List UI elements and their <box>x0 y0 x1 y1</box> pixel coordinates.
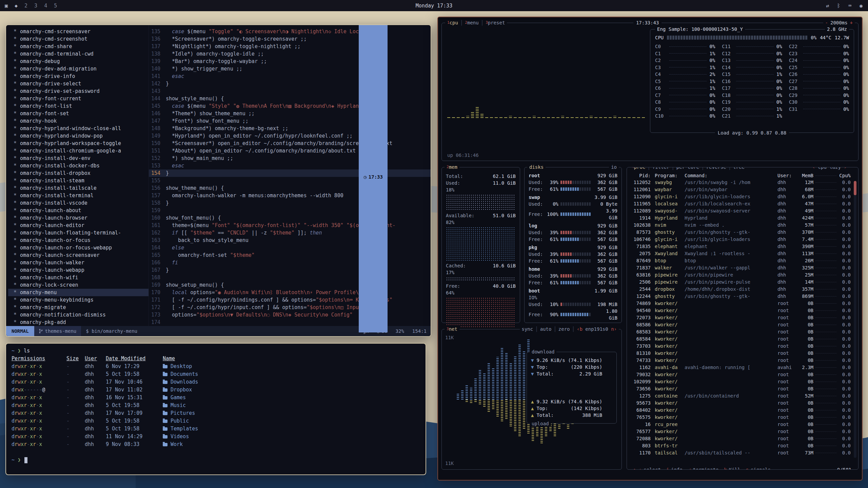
footer-action-signals[interactable]: ssignals <box>743 466 773 470</box>
proc-row[interactable]: 112090glycin-i/usr/lib/glycin-loadersdhh… <box>630 193 851 200</box>
code-line[interactable]: 142} <box>149 80 431 87</box>
proc-column-header[interactable]: Cpu% <box>839 172 851 179</box>
code-line[interactable]: 170 local options="◉ Audio\n≋ Wifi\nᛒ Bl… <box>149 289 431 296</box>
ls-name[interactable]: Dropbox <box>163 386 420 394</box>
ls-name[interactable]: Videos <box>163 433 420 441</box>
proc-row[interactable]: 102638nvimnvim --embed .dhh57M0.0 <box>630 222 851 229</box>
file-item[interactable]: *omarchy-install-vscode <box>8 199 149 207</box>
file-item[interactable]: *omarchy-launch-browser <box>8 214 149 222</box>
file-item[interactable]: *omarchy-install-docker-dbs <box>8 162 149 169</box>
ls-name[interactable]: Public <box>163 417 420 425</box>
code-line[interactable]: 164 else <box>149 244 431 251</box>
proc-row[interactable]: 803btrfs-trroot0B0.0 <box>630 442 851 449</box>
file-item[interactable]: *omarchy-install-chromium-google-a <box>8 147 149 155</box>
code-line[interactable]: 162 if [[ "$theme" == "CNCLD" || -z "$th… <box>149 229 431 237</box>
code-line[interactable]: 156show_theme_menu() { <box>149 184 431 192</box>
proc-row[interactable]: 106746glycin-i/usr/lib/glycin-loadersdhh… <box>630 236 851 243</box>
file-item[interactable]: *omarchy-launch-about <box>8 207 149 214</box>
proc-row[interactable]: 72073kworker/root0B0.0 <box>630 314 851 321</box>
workspace-4[interactable]: 4 <box>44 3 47 9</box>
process-sort-control[interactable]: ‹ cpu lazy › <box>810 167 849 170</box>
proc-row[interactable]: 112052swaybg/usr/bin/swaybg -i /homdhh12… <box>630 179 851 186</box>
ls-name[interactable]: Templates <box>163 425 420 433</box>
proc-row[interactable]: 87649btopbtopdhh26M0.0 <box>630 257 851 264</box>
code-line[interactable]: 168 <box>149 274 431 281</box>
file-item[interactable]: *omarchy-notification-dismiss <box>8 311 149 319</box>
proc-option-tree[interactable]: tree <box>733 167 745 170</box>
file-item[interactable]: *omarchy-lock-screen <box>8 281 149 289</box>
file-item[interactable]: *omarchy-menu-keybindings <box>8 296 149 304</box>
proc-option-per-core[interactable]: per-core <box>676 167 699 170</box>
code-line[interactable]: 141 esac <box>149 73 431 80</box>
proc-row[interactable]: 72088kworker/root0B0.0 <box>630 435 851 442</box>
tab-cpu[interactable]: 1cpu <box>447 20 458 25</box>
file-item[interactable]: *omarchy-hyprland-window-close-all <box>8 125 149 132</box>
file-item[interactable]: *omarchy-install-dropbox <box>8 169 149 177</box>
active-workspace-icon[interactable]: ◆ <box>15 3 18 9</box>
iface-next-button[interactable]: n› <box>611 326 617 332</box>
network-icon[interactable]: ⇄ <box>826 3 829 9</box>
code-line[interactable]: 140 *) show_trigger_menu ;; <box>149 65 431 73</box>
code-line[interactable]: 160show_font_menu() { <box>149 214 431 222</box>
proc-row[interactable]: 94540kworker/root0B0.0 <box>630 307 851 314</box>
code-line[interactable]: 139 *Bar*) omarchy-toggle-waybar ;; <box>149 58 431 65</box>
tab-menu[interactable]: 2menu <box>465 20 478 25</box>
code-line[interactable]: 172 [ -f ~/.config/hypr/input.conf ] && … <box>149 304 431 311</box>
code-line[interactable]: 143 <box>149 87 431 95</box>
proc-option-filter[interactable]: filter <box>652 167 670 170</box>
file-item[interactable]: *omarchy-drive-set-password <box>8 87 149 95</box>
footer-action-select[interactable]: ↑ ↓select <box>630 466 664 470</box>
notification-icon[interactable]: ◉ <box>860 3 863 9</box>
proc-row[interactable]: 74869kworker/root0B0.0 <box>630 300 851 307</box>
file-item[interactable]: *omarchy-install-tailscale <box>8 184 149 192</box>
code-line[interactable]: 153 esac <box>149 162 431 169</box>
proc-row[interactable]: 73703kworker/root0B0.0 <box>630 343 851 350</box>
file-item[interactable]: *omarchy-drive-select <box>8 80 149 87</box>
ls-name[interactable]: Games <box>163 394 420 402</box>
code-line[interactable]: 148 *Background*) omarchy-theme-bg-next … <box>149 125 431 132</box>
code-line[interactable]: 138 *Idle*) omarchy-toggle-idle ;; <box>149 50 431 58</box>
file-item[interactable]: *omarchy-debug <box>8 58 149 65</box>
process-table-header[interactable]: Pid:Program:Command:User:MemBCpu% <box>630 172 855 179</box>
proc-row[interactable]: 95673kworker/root0B0.0 <box>630 400 851 407</box>
interval-decrease-button[interactable]: - <box>825 20 828 25</box>
workspace-2[interactable]: 2 <box>24 3 27 9</box>
code-line[interactable]: 136 *Screensaver*) omarchy-toggle-screen… <box>149 35 431 43</box>
code-line[interactable]: 159 <box>149 207 431 214</box>
proc-row[interactable]: 16rcu_preeroot0B0.0 <box>630 421 851 428</box>
code-line[interactable]: 158} <box>149 199 431 207</box>
file-item[interactable]: *omarchy-pkg-add <box>8 319 149 326</box>
proc-row[interactable]: 12244ghostty/usr/bin/ghostty --gtk-dhh86… <box>630 293 851 300</box>
proc-column-header[interactable]: Pid: <box>630 172 651 179</box>
proc-option-reverse[interactable]: reverse <box>706 167 726 170</box>
bluetooth-icon[interactable]: ᛒ <box>837 3 840 9</box>
code-line[interactable]: 157 omarchy-launch-walker -m menus:omarc… <box>149 192 431 199</box>
file-item[interactable]: *omarchy-cmd-share <box>8 43 149 50</box>
proc-row[interactable]: 63816pipewire/usr/bin/pipewiredhh25M0.0 <box>630 271 851 279</box>
net-button-auto[interactable]: auto <box>540 326 552 332</box>
file-item[interactable]: *omarchy-drive-info <box>8 73 149 80</box>
proc-row[interactable]: 81310kworker/root0B0.0 <box>630 350 851 357</box>
proc-row[interactable]: 1914HyprlandHyprlanddhh424M0.0 <box>630 215 851 222</box>
code-line[interactable]: 145 case $(menu "Style" "◍ Theme\nA Font… <box>149 102 431 110</box>
scrollbar-thumb[interactable] <box>854 181 856 195</box>
file-item[interactable]: *omarchy-install-steam <box>8 177 149 184</box>
workspace-5[interactable]: 5 <box>54 3 57 9</box>
file-item[interactable]: *omarchy-launch-wifi <box>8 274 149 281</box>
code-line[interactable]: 173 options="$options\n▼ Defaults\n◌ DNS… <box>149 311 431 319</box>
code-line[interactable]: 144show_style_menu() { <box>149 95 431 102</box>
proc-row[interactable]: 1162avahi-daavahi-daemon: running [avahi… <box>630 364 851 371</box>
code-line[interactable]: 155 <box>149 177 431 184</box>
proc-column-header[interactable]: User: <box>777 172 796 179</box>
proc-row[interactable]: 76575kworker/root0B0.0 <box>630 414 851 421</box>
file-item[interactable]: *omarchy-install-terminal <box>8 192 149 199</box>
apps-icon[interactable]: ▣ <box>5 3 8 9</box>
proc-row[interactable]: 102099kworker/root0B0.0 <box>630 378 851 385</box>
file-item[interactable]: *omarchy-launch-editor <box>8 222 149 229</box>
file-item[interactable]: *omarchy-menu <box>8 289 149 296</box>
ls-name[interactable]: Documents <box>163 370 420 378</box>
footer-action-Kill[interactable]: kKill <box>721 466 743 470</box>
code-line[interactable]: 171 [ -f ~/.config/hypr/bindings.conf ] … <box>149 296 431 304</box>
ls-name[interactable]: Downloads <box>163 378 420 386</box>
proc-row[interactable]: 2544dropbox/home/dhh/.dropbox-distdhh357… <box>630 286 851 293</box>
